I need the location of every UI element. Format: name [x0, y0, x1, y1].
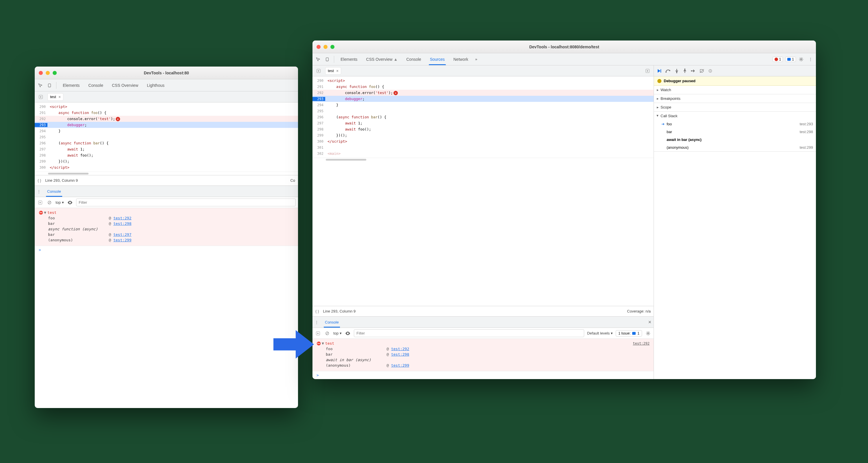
source-link[interactable]: test:292 — [114, 216, 132, 220]
code-line[interactable]: 294 } — [35, 128, 298, 134]
tab-lighthouse[interactable]: Lighthous — [143, 79, 169, 91]
stack-frame[interactable]: bar@ test:297 — [35, 232, 298, 237]
tab-elements[interactable]: Elements — [59, 79, 84, 91]
source-link[interactable]: test:299 — [391, 363, 409, 368]
code-line[interactable]: 295 — [35, 134, 298, 140]
console-error-row[interactable]: ⛔ ▼ test — [35, 210, 298, 215]
source-link[interactable]: test:297 — [114, 233, 132, 237]
file-tab-test[interactable]: test × — [48, 93, 63, 101]
tab-css-overview[interactable]: CSS Overview — [108, 79, 142, 91]
drawer-tab-console[interactable]: Console — [44, 186, 64, 197]
code-line[interactable]: 290<script> — [35, 103, 298, 110]
hide-navigator-icon[interactable] — [644, 68, 651, 74]
titlebar[interactable]: DevTools - localhost:8080/demo/test — [312, 40, 816, 53]
error-source-link[interactable]: test:292 — [633, 341, 650, 345]
source-link[interactable]: test:292 — [391, 347, 409, 351]
chevron-down-icon[interactable]: ▼ — [44, 210, 46, 215]
console-prompt[interactable]: > — [35, 246, 298, 254]
device-icon[interactable] — [323, 53, 332, 65]
context-selector[interactable]: top ▾ — [333, 331, 342, 335]
titlebar[interactable]: DevTools - localhost:80 — [35, 67, 298, 79]
play-icon[interactable] — [315, 68, 322, 74]
source-link[interactable]: test:298 — [391, 352, 409, 357]
code-line[interactable]: 290<script> — [312, 78, 654, 84]
issue-badge[interactable]: 1 — [785, 57, 796, 62]
callstack-frame[interactable]: (anonymous)test:299 — [654, 144, 816, 151]
gear-icon[interactable] — [645, 330, 651, 337]
clear-icon[interactable] — [324, 330, 331, 337]
tab-console[interactable]: Console — [402, 53, 425, 65]
resume-icon[interactable] — [657, 69, 661, 73]
step-icon[interactable] — [691, 69, 695, 73]
play-icon[interactable] — [315, 330, 321, 337]
code-line[interactable]: 300</script> — [35, 164, 298, 171]
code-line[interactable]: 298 await foo(); — [35, 152, 298, 158]
levels-selector[interactable]: Default levels ▾ — [587, 331, 613, 335]
stack-frame[interactable]: bar@ test:298 — [35, 221, 298, 226]
code-line[interactable]: 299 })(); — [35, 158, 298, 164]
more-tabs-icon[interactable]: » — [473, 53, 479, 65]
inspect-icon[interactable] — [36, 79, 44, 91]
clear-icon[interactable] — [46, 199, 53, 206]
source-link[interactable]: test:299 — [114, 238, 132, 242]
file-tab-test[interactable]: test × — [325, 67, 341, 75]
code-line[interactable]: 301 — [312, 145, 654, 151]
more-icon[interactable]: ⋮ — [37, 189, 41, 194]
code-editor[interactable]: 290<script>291 async function foo() {292… — [312, 76, 654, 306]
eye-icon[interactable] — [67, 199, 73, 206]
code-line[interactable]: 302<main> — [312, 151, 654, 157]
more-icon[interactable]: ⋮ — [315, 320, 318, 325]
tab-network[interactable]: Network — [450, 53, 472, 65]
device-icon[interactable] — [45, 79, 54, 91]
code-line[interactable]: 296 (async function bar() { — [312, 114, 654, 120]
section-callstack[interactable]: ▸Call Stack — [654, 112, 816, 120]
stack-frame[interactable]: (anonymous)@ test:299 — [312, 363, 654, 368]
filter-input[interactable] — [354, 329, 584, 337]
console-prompt[interactable]: > — [312, 371, 654, 379]
code-line[interactable]: 300</script> — [312, 138, 654, 145]
stack-frame[interactable]: await in bar (async) — [312, 357, 654, 363]
tab-sources[interactable]: Sources — [426, 53, 449, 65]
code-line[interactable]: 299 })(); — [312, 132, 654, 138]
scrollbar[interactable] — [35, 172, 298, 175]
stack-frame[interactable]: foo@ test:292 — [312, 346, 654, 351]
code-line[interactable]: 293 debugger; — [35, 122, 298, 128]
more-icon[interactable]: ⋮ — [806, 53, 815, 65]
inspect-icon[interactable] — [314, 53, 322, 65]
callstack-frame[interactable]: ➔footest:293 — [654, 120, 816, 128]
section-scope[interactable]: ▸Scope — [654, 103, 816, 112]
code-line[interactable]: 291 async function foo() { — [35, 110, 298, 116]
console-error-row[interactable]: ⛔ ▼ test test:292 — [312, 341, 654, 346]
close-icon[interactable]: × — [58, 95, 61, 99]
stack-frame[interactable]: foo@ test:292 — [35, 215, 298, 221]
gear-icon[interactable] — [797, 53, 806, 65]
close-icon[interactable]: × — [648, 319, 651, 325]
scrollbar[interactable] — [312, 158, 654, 161]
callstack-frame[interactable]: await in bar (async) — [654, 136, 816, 144]
play-icon[interactable] — [38, 94, 44, 100]
code-line[interactable]: 297 await 1; — [312, 120, 654, 126]
code-editor[interactable]: 290<script>291 async function foo() {292… — [35, 102, 298, 175]
code-line[interactable]: 295 — [312, 108, 654, 114]
drawer-tab-console[interactable]: Console — [322, 316, 342, 328]
stack-frame[interactable]: (anonymous)@ test:299 — [35, 237, 298, 243]
step-into-icon[interactable] — [675, 69, 679, 73]
stack-frame[interactable]: bar@ test:298 — [312, 351, 654, 357]
chevron-down-icon[interactable]: ▼ — [322, 341, 324, 345]
source-link[interactable]: test:298 — [114, 221, 132, 226]
play-icon[interactable] — [37, 199, 43, 206]
tab-console[interactable]: Console — [84, 79, 107, 91]
section-breakpoints[interactable]: ▸Breakpoints — [654, 94, 816, 103]
eye-icon[interactable] — [345, 330, 351, 337]
filter-input[interactable] — [76, 198, 296, 206]
tab-elements[interactable]: Elements — [337, 53, 361, 65]
code-line[interactable]: 292 console.error('test');✕ — [35, 116, 298, 122]
code-line[interactable]: 293 debugger; — [312, 96, 654, 102]
code-line[interactable]: 294 } — [312, 102, 654, 108]
close-icon[interactable]: × — [336, 69, 339, 73]
tab-css-overview[interactable]: CSS Overview ▲ — [362, 53, 402, 65]
code-line[interactable]: 296 (async function bar() { — [35, 140, 298, 146]
code-line[interactable]: 297 await 1; — [35, 146, 298, 152]
deactivate-breakpoints-icon[interactable] — [700, 69, 704, 73]
code-line[interactable]: 298 await foo(); — [312, 126, 654, 132]
